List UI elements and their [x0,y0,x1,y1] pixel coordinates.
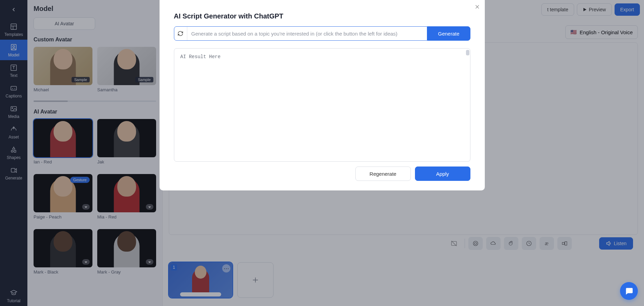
ai-script-modal: AI Script Generator with ChatGPT Generat… [160,0,485,190]
modal-overlay[interactable]: AI Script Generator with ChatGPT Generat… [0,0,644,306]
generate-button[interactable]: Generate [427,26,470,41]
ideas-button[interactable] [174,27,187,40]
regenerate-button[interactable]: Regenerate [355,167,411,181]
apply-button[interactable]: Apply [415,167,470,181]
modal-title: AI Script Generator with ChatGPT [174,12,470,20]
refresh-icon [177,30,184,37]
chat-icon [624,287,633,295]
scrollbar[interactable] [466,50,469,55]
result-placeholder: AI Result Here [180,54,464,59]
close-button[interactable] [475,3,480,11]
prompt-input[interactable] [187,27,427,40]
prompt-container [174,26,427,41]
result-box[interactable]: AI Result Here [174,48,470,162]
chat-fab[interactable] [620,282,638,300]
close-icon [475,4,480,10]
